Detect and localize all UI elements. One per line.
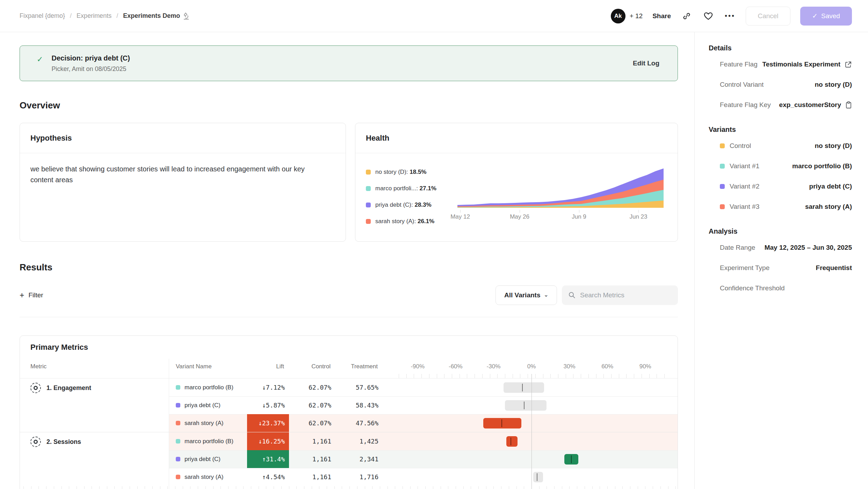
decision-check-icon: ✓ xyxy=(37,55,43,73)
treatment-value: 1,425 xyxy=(336,432,382,450)
ruler-tick xyxy=(452,374,452,378)
external-link-icon[interactable] xyxy=(845,61,852,68)
ruler-tick xyxy=(493,486,494,489)
ruler-tick xyxy=(600,486,600,489)
col-lift: Lift xyxy=(276,363,284,370)
ruler-tick xyxy=(535,374,536,378)
decision-banner: ✓ Decision: priya debt (C) Picker, Amit … xyxy=(20,45,678,81)
ruler-tick xyxy=(243,486,244,489)
ruler-tick xyxy=(528,374,528,378)
cancel-button[interactable]: Cancel xyxy=(746,7,790,26)
variant-color-icon xyxy=(176,403,180,408)
sidebar-row: Variant #3sarah story (A) xyxy=(709,197,852,217)
edit-log-button[interactable]: Edit Log xyxy=(633,59,659,67)
col-metric: Metric xyxy=(30,363,46,370)
ruler-tick xyxy=(509,486,509,489)
sidebar-row-value: sarah story (A) xyxy=(805,203,852,211)
breadcrumb-project[interactable]: Fixpanel {demo} xyxy=(20,12,65,20)
ruler-tick xyxy=(54,486,54,489)
confidence-interval-mid-tick xyxy=(501,419,502,427)
confidence-interval-mid-tick xyxy=(537,473,537,481)
ruler-tick xyxy=(638,486,638,489)
ruler-tick xyxy=(357,486,357,489)
sidebar-row: Confidence Threshold xyxy=(709,278,852,298)
ruler-tick xyxy=(406,374,407,378)
ruler-tick xyxy=(501,486,501,489)
sidebar-section-title: Variants xyxy=(709,126,852,134)
share-button[interactable]: Share xyxy=(652,12,671,20)
sidebar-rows: Date RangeMay 12, 2025 – Jun 30, 2025Exp… xyxy=(709,238,852,298)
variant-color-icon xyxy=(720,143,725,148)
avatar-overflow-count[interactable]: + 12 xyxy=(630,12,643,20)
x-axis-label: Jun 9 xyxy=(572,213,586,220)
metrics-search[interactable] xyxy=(562,285,678,305)
add-filter-button[interactable]: + Filter xyxy=(20,291,43,300)
metric-row[interactable]: sarah story (A)↓23.37%62.07%47.56% xyxy=(20,414,678,432)
metric-row[interactable]: priya debt (C)↑31.4%1,1612,341 xyxy=(20,450,678,468)
copy-link-icon[interactable] xyxy=(681,10,693,22)
metrics-table-header: MetricVariant NameLiftControlTreatment-9… xyxy=(20,359,678,378)
ruler-tick xyxy=(372,486,372,489)
ruler-tick xyxy=(99,486,100,489)
treatment-value: 47.56% xyxy=(336,414,382,432)
sidebar-row: Variant #2priya debt (C) xyxy=(709,176,852,197)
ruler-tick xyxy=(433,486,433,489)
sidebar-row-label: Confidence Threshold xyxy=(720,284,785,292)
results-toolbar: + Filter All Variants ⌄ xyxy=(20,285,678,317)
col-control: Control xyxy=(311,363,331,370)
confidence-interval-bar xyxy=(504,382,544,393)
favorite-heart-icon[interactable] xyxy=(702,10,714,22)
saved-button[interactable]: ✓ Saved xyxy=(800,7,852,26)
ruler-tick xyxy=(467,374,467,378)
ruler-tick xyxy=(448,486,448,489)
ruler-tick xyxy=(653,486,653,489)
legend-item: sarah story (A): 26.1% xyxy=(366,218,457,225)
breadcrumb: Fixpanel {demo} / Experiments / Experime… xyxy=(20,12,190,20)
ruler-tick xyxy=(236,486,236,489)
more-menu-icon[interactable]: ••• xyxy=(724,10,736,22)
x-axis-label: Jun 23 xyxy=(629,213,647,220)
ruler-tick xyxy=(456,486,456,489)
search-icon xyxy=(568,291,576,299)
clipboard-icon[interactable] xyxy=(845,101,852,109)
ruler-tick xyxy=(611,374,612,378)
sidebar-rows: Feature FlagTestimonials ExperimentContr… xyxy=(709,54,852,115)
sidebar-row: Controlno story (D) xyxy=(709,136,852,156)
ruler-tick xyxy=(581,374,581,378)
ruler-tick xyxy=(92,486,92,489)
microscope-icon xyxy=(183,12,190,20)
control-value: 62.07% xyxy=(289,378,336,396)
ruler-tick xyxy=(281,486,282,489)
metric-row[interactable]: marco portfolio (B)↓16.25%1,1611,425 xyxy=(20,432,678,450)
search-input[interactable] xyxy=(580,291,664,299)
metric-row[interactable]: priya debt (C)↓5.87%62.07%58.43% xyxy=(20,396,678,414)
metric-row[interactable]: sarah story (A)↑4.54%1,1611,716 xyxy=(20,468,678,486)
legend-item: priya debt (C): 28.3% xyxy=(366,201,457,208)
ruler-tick xyxy=(596,374,596,378)
metric-row[interactable]: marco portfolio (B)↓7.12%62.07%57.65% xyxy=(20,378,678,396)
primary-metrics-title: Primary Metrics xyxy=(30,343,88,352)
decision-subtitle: Picker, Amit on 08/05/2025 xyxy=(51,65,130,73)
ruler-tick xyxy=(630,486,630,489)
ruler-tick xyxy=(649,374,650,378)
sidebar-row: Date RangeMay 12, 2025 – Jun 30, 2025 xyxy=(709,238,852,258)
hypothesis-card: Hypothesis we believe that showing custo… xyxy=(20,123,346,242)
variant-filter-dropdown[interactable]: All Variants ⌄ xyxy=(496,285,557,305)
x-axis-tick xyxy=(579,210,579,213)
avatar[interactable]: Ak xyxy=(611,9,625,23)
sidebar-section-details: DetailsFeature FlagTestimonials Experime… xyxy=(709,44,852,115)
ruler-tick xyxy=(569,486,570,489)
breadcrumb-experiments[interactable]: Experiments xyxy=(77,12,111,20)
treatment-value: 57.65% xyxy=(336,378,382,396)
variant-name: sarah story (A) xyxy=(185,420,223,427)
axis-tick-label: -60% xyxy=(449,363,463,370)
control-value: 62.07% xyxy=(289,414,336,432)
ruler-tick xyxy=(349,486,350,489)
ruler-tick xyxy=(414,374,414,378)
ruler-tick xyxy=(497,374,498,378)
ruler-tick xyxy=(482,374,483,378)
ruler-tick xyxy=(554,486,555,489)
ruler-tick xyxy=(478,486,479,489)
ruler-tick xyxy=(213,486,214,489)
treatment-value: 2,341 xyxy=(336,450,382,468)
